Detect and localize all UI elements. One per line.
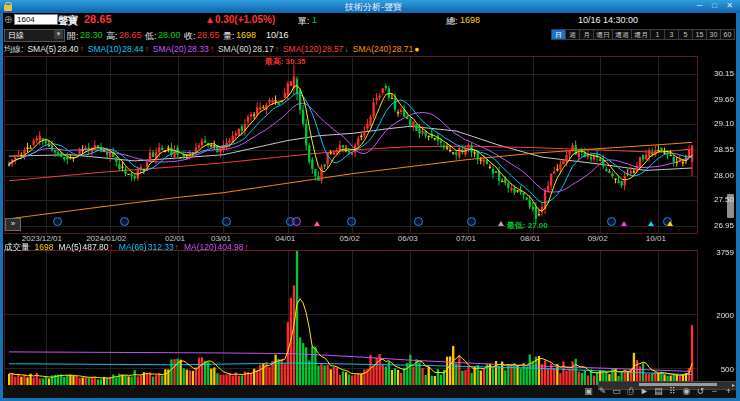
total-volume-value: 1698 [460,15,480,25]
refresh-icon[interactable]: ↺ [695,386,706,397]
sma120-label: SMA(120) [283,44,321,56]
unit-volume-label: 單: [298,15,310,28]
volume-legend: 成交量 1698 MA(5) 487.80 ↑ MA(66) 312.33 ↑ … [4,242,249,254]
chevron-down-icon: ▼ [54,30,63,39]
period-button-3min[interactable]: 3 [665,29,679,40]
eye-icon[interactable]: ◉ [681,386,692,397]
volume-chart-canvas[interactable] [4,250,698,387]
vol-ma120-trend-arrow-icon: ↑ [245,242,249,254]
save-icon[interactable]: ▣ [583,386,594,397]
period-button-30min[interactable]: 30 [707,29,721,40]
price-axis-label: 27.50 [700,195,734,204]
vol-ma66-trend-arrow-icon: ↑ [175,242,179,254]
volume-total: 1698 [35,242,54,254]
volume-axis-label: 2000 [700,311,734,320]
minimize-button[interactable]: ─ [693,1,706,12]
event-marker-triangle[interactable] [621,221,627,226]
event-marker-triangle[interactable] [314,221,320,226]
sma240-trend-dot-icon: ● [414,44,419,56]
low-price-label: 最低: 27.00 [507,220,548,231]
ohlc-date: 10/16 [266,30,289,40]
add-symbol-icon[interactable]: ⊕ [4,14,12,25]
status-icon-toolbar: ▣ ✎ ▭ ⎙ ► ▤ ⠿ ◉ ↺ − + [583,386,734,397]
total-volume-label: 總: [446,15,458,28]
date-axis-label: 05/02 [340,234,360,243]
close-value: 28.65 [197,30,220,40]
sma20-label: SMA(20) [153,44,187,56]
sma10-legend: SMA(10) 28.44 ↑ [88,44,149,56]
event-marker-circle-magenta[interactable] [292,217,301,226]
volume-value: 1698 [236,30,256,40]
vol-ma66-value: 312.33 [148,242,174,254]
cursor-icon[interactable]: ► [639,386,650,397]
sma10-label: SMA(10) [88,44,122,56]
sma5-label: SMA(5) [27,44,56,56]
sma10-value: 28.44 [122,44,143,56]
sma60-label: SMA(60) [218,44,252,56]
open-value: 28.30 [80,30,103,40]
period-button-adjusted-month[interactable]: 還月 [632,29,651,40]
sma240-value: 28.71 [392,44,413,56]
stock-code-input[interactable] [14,14,58,25]
sma240-legend: SMA(240) 28.71 ● [353,44,420,56]
sma120-legend: SMA(120) 28.57 ↓ [283,44,349,56]
window-border-right [736,13,740,401]
title-bar[interactable]: 技術分析-聲寶 ─ □ ✕ [0,0,740,13]
date-axis-label: 04/01 [275,234,295,243]
period-button-60min[interactable]: 60 [721,29,735,40]
sma120-value: 28.57 [322,44,343,56]
sma5-value: 28.40 [57,44,78,56]
volume-axis-label: 500 [700,365,734,374]
event-marker-triangle[interactable] [648,221,654,226]
vol-ma120-label: MA(120) [184,242,217,254]
zoom-out-icon[interactable]: − [709,386,720,397]
sma240-label: SMA(240) [353,44,391,56]
period-button-15min[interactable]: 15 [693,29,707,40]
notebook-icon[interactable]: ▤ [653,386,664,397]
high-value: 28.65 [119,30,142,40]
period-button-month[interactable]: 月 [580,29,594,40]
period-button-adjusted-week[interactable]: 還週 [613,29,632,40]
vol-ma5-label: MA(5) [58,242,81,254]
vol-ma5-trend-arrow-icon: ↑ [110,242,114,254]
period-select[interactable]: 日線 ▼ [4,29,65,42]
sma10-trend-arrow-icon: ↑ [145,44,149,56]
pattern-icon[interactable]: ⠿ [667,386,678,397]
unit-volume-value: 1 [312,15,317,25]
sma60-trend-arrow-icon: ↑ [275,44,279,56]
date-axis-label: 06/03 [398,234,418,243]
sma60-legend: SMA(60) 28.17 ↑ [218,44,279,56]
event-marker-triangle[interactable] [498,221,504,226]
period-button-group: 日 週 月 還日 還週 還月 1 3 5 15 30 60 [551,29,735,40]
volume-title: 成交量 [4,242,30,254]
event-marker-circle[interactable] [467,217,476,226]
price-chart-canvas[interactable] [4,56,698,234]
annotate-icon[interactable]: ✎ [597,386,608,397]
date-axis-label: 08/01 [520,234,540,243]
period-select-value: 日線 [8,31,24,40]
sma-legend: 均線: SMA(5) 28.40 ↑ SMA(10) 28.44 ↑ SMA(2… [0,42,740,56]
maximize-button[interactable]: □ [708,1,721,12]
monitor-icon[interactable]: ▭ [611,386,622,397]
print-icon[interactable]: ⎙ [625,386,636,397]
vol-ma66-legend: MA(66) 312.33 ↑ [119,242,179,254]
vol-ma5-legend: MA(5) 487.80 ↑ [58,242,113,254]
expand-button[interactable]: » [5,218,21,231]
period-button-week[interactable]: 週 [566,29,580,40]
status-bar: ▸ ▣ ✎ ▭ ⎙ ► ▤ ⠿ ◉ ↺ − + [0,385,740,398]
sma-legend-prefix: 均線: [4,44,23,56]
event-marker-circle[interactable] [222,217,231,226]
window-border-left [0,13,3,401]
period-button-day[interactable]: 日 [551,29,566,40]
price-change: ▲0.30(+1.05%) [205,14,275,25]
vol-ma120-value: 404.98 [218,242,244,254]
close-button[interactable]: ✕ [723,1,736,12]
technical-analysis-window: 技術分析-聲寶 ─ □ ✕ ⊕ 聲寶 28.65 ▲0.30(+1.05%) 單… [0,0,740,401]
period-button-1min[interactable]: 1 [651,29,665,40]
peak-price-label: 最高: 30.35 [265,56,306,67]
period-button-adjusted-day[interactable]: 還日 [594,29,613,40]
sma60-value: 28.17 [252,44,273,56]
period-button-5min[interactable]: 5 [679,29,693,40]
event-marker-triangle[interactable] [667,221,673,226]
zoom-in-icon[interactable]: + [723,386,734,397]
